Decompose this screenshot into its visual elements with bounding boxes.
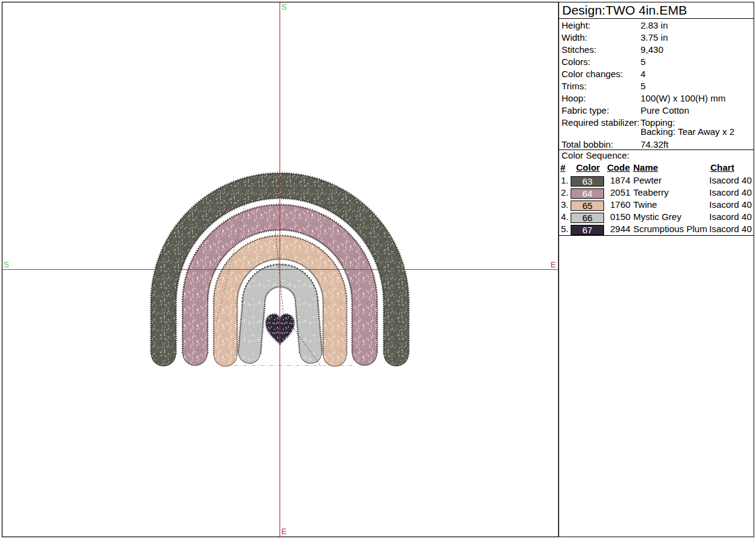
svg-text:E: E xyxy=(281,527,287,536)
svg-text:E: E xyxy=(551,260,556,269)
svg-text:S: S xyxy=(4,260,9,269)
svg-text:S: S xyxy=(281,2,287,12)
